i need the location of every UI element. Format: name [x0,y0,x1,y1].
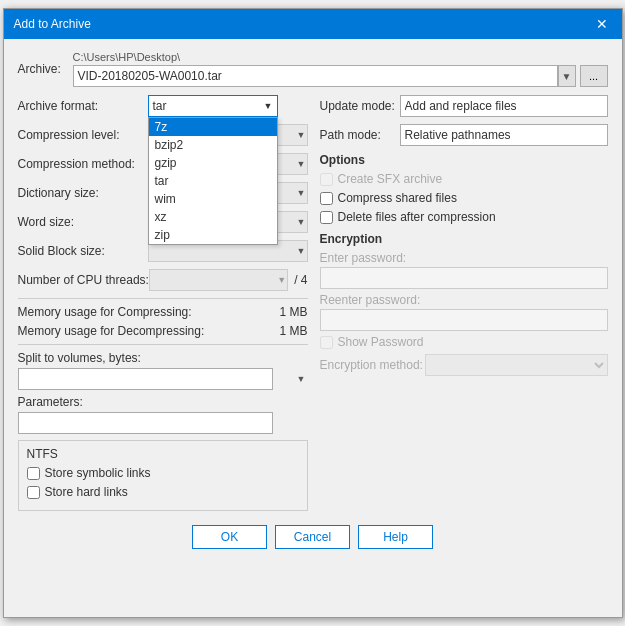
mem-decompress-row: Memory usage for Decompressing: 1 MB [18,324,308,338]
ok-button[interactable]: OK [192,525,267,549]
format-row: Archive format: tar ▼ 7z bzip2 gzip tar … [18,95,308,117]
dialog-title: Add to Archive [14,17,91,31]
cpu-threads-row: Number of CPU threads: ▼ / 4 [18,269,308,291]
enc-method-row: Encryption method: [320,354,608,376]
store-hardlinks-row: Store hard links [27,485,299,499]
show-password-checkbox[interactable] [320,336,333,349]
archive-row: Archive: C:\Users\HP\Desktop\ VID-201802… [18,51,608,87]
encryption-title: Encryption [320,232,608,246]
cancel-button[interactable]: Cancel [275,525,350,549]
path-mode-row: Path mode: Relative pathnames [320,124,608,146]
split-volumes-input[interactable] [18,368,273,390]
store-hardlinks-label: Store hard links [45,485,128,499]
mem-decompress-label: Memory usage for Decompressing: [18,324,268,338]
format-dropdown: 7z bzip2 gzip tar wim xz zip [148,117,278,245]
compress-shared-label: Compress shared files [338,191,457,205]
dialog-body: Archive: C:\Users\HP\Desktop\ VID-201802… [4,39,622,571]
show-password-label: Show Password [338,335,424,349]
ntfs-title: NTFS [27,447,299,461]
store-symlinks-checkbox[interactable] [27,467,40,480]
cpu-threads-combo-wrapper: ▼ [149,269,288,291]
reenter-password-label: Reenter password: [320,293,608,307]
cpu-threads-combo[interactable] [149,269,288,291]
format-arrow-icon: ▼ [264,101,273,111]
right-panel: Update mode: Add and replace files Path … [320,95,608,511]
enc-method-select[interactable] [425,354,608,376]
divider-1 [18,298,308,299]
solid-block-label: Solid Block size: [18,244,148,258]
format-option-bzip2[interactable]: bzip2 [149,136,277,154]
split-volumes-arrow-icon: ▼ [297,374,306,384]
update-mode-select[interactable]: Add and replace files [400,95,608,117]
parameters-label: Parameters: [18,395,308,409]
format-value: tar [153,99,167,113]
cpu-threads-of: / 4 [294,273,307,287]
help-button[interactable]: Help [358,525,433,549]
parameters-row: Parameters: [18,395,308,434]
path-mode-select[interactable]: Relative pathnames [400,124,608,146]
compress-shared-checkbox[interactable] [320,192,333,205]
archive-path-value: VID-20180205-WA0010.tar [78,69,222,83]
archive-browse-button[interactable]: ... [580,65,608,87]
format-option-zip[interactable]: zip [149,226,277,244]
buttons-row: OK Cancel Help [18,525,608,559]
mem-compress-value: 1 MB [268,305,308,319]
encryption-section: Encryption Enter password: Reenter passw… [320,232,608,376]
cpu-threads-label: Number of CPU threads: [18,273,149,287]
show-password-row: Show Password [320,335,608,349]
update-mode-combo-wrapper: Add and replace files [400,95,608,117]
split-volumes-row: Split to volumes, bytes: ▼ [18,351,308,390]
split-volumes-label: Split to volumes, bytes: [18,351,308,365]
create-sfx-row: Create SFX archive [320,172,608,186]
mem-decompress-value: 1 MB [268,324,308,338]
reenter-password-input[interactable] [320,309,608,331]
mem-compress-label: Memory usage for Compressing: [18,305,268,319]
archive-label: Archive: [18,62,73,76]
update-mode-row: Update mode: Add and replace files [320,95,608,117]
store-symlinks-label: Store symbolic links [45,466,151,480]
delete-after-label: Delete files after compression [338,210,496,224]
format-option-7z[interactable]: 7z [149,118,277,136]
format-option-gzip[interactable]: gzip [149,154,277,172]
archive-dropdown-arrow[interactable]: ▼ [558,65,576,87]
enc-method-label: Encryption method: [320,358,425,372]
create-sfx-label: Create SFX archive [338,172,443,186]
format-option-tar[interactable]: tar [149,172,277,190]
path-mode-combo-wrapper: Relative pathnames [400,124,608,146]
format-select[interactable]: tar ▼ [148,95,278,117]
close-button[interactable]: ✕ [592,17,612,31]
delete-after-checkbox[interactable] [320,211,333,224]
format-option-wim[interactable]: wim [149,190,277,208]
create-sfx-checkbox[interactable] [320,173,333,186]
divider-2 [18,344,308,345]
mem-compress-row: Memory usage for Compressing: 1 MB [18,305,308,319]
format-label: Archive format: [18,99,148,113]
main-content: Archive format: tar ▼ 7z bzip2 gzip tar … [18,95,608,511]
format-option-xz[interactable]: xz [149,208,277,226]
format-combo-container: tar ▼ 7z bzip2 gzip tar wim xz zip [148,95,308,117]
ntfs-section: NTFS Store symbolic links Store hard lin… [18,440,308,511]
parameters-input[interactable] [18,412,273,434]
archive-path-line1: C:\Users\HP\Desktop\ [73,51,608,63]
enter-password-label: Enter password: [320,251,608,265]
archive-path-display[interactable]: VID-20180205-WA0010.tar [73,65,558,87]
options-section: Options Create SFX archive Compress shar… [320,153,608,224]
options-title: Options [320,153,608,167]
left-panel: Archive format: tar ▼ 7z bzip2 gzip tar … [18,95,308,511]
dict-size-label: Dictionary size: [18,186,148,200]
store-hardlinks-checkbox[interactable] [27,486,40,499]
compression-level-label: Compression level: [18,128,148,142]
title-bar: Add to Archive ✕ [4,9,622,39]
delete-after-row: Delete files after compression [320,210,608,224]
update-mode-label: Update mode: [320,99,400,113]
compression-method-label: Compression method: [18,157,148,171]
add-to-archive-dialog: Add to Archive ✕ Archive: C:\Users\HP\De… [3,8,623,618]
compress-shared-row: Compress shared files [320,191,608,205]
store-symlinks-row: Store symbolic links [27,466,299,480]
word-size-label: Word size: [18,215,148,229]
split-volumes-combo-wrapper: ▼ [18,368,308,390]
path-mode-label: Path mode: [320,128,400,142]
enter-password-input[interactable] [320,267,608,289]
